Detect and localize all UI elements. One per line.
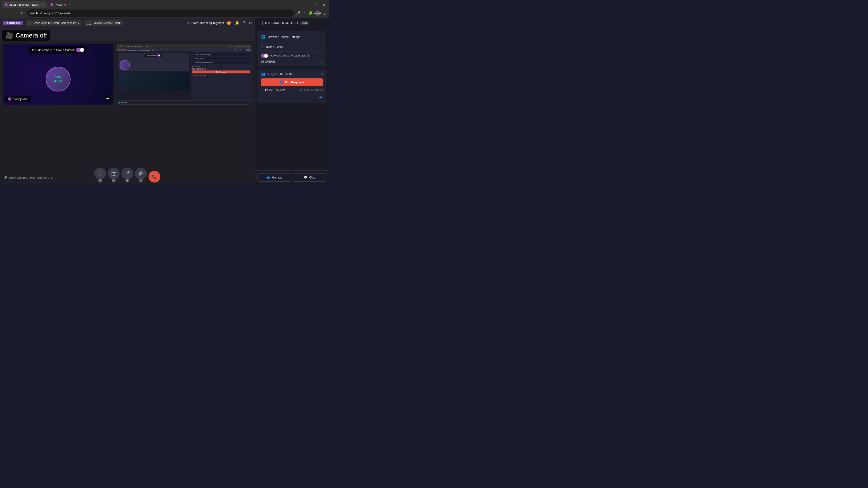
camera-off-area: 🎥 Camera off — [0, 28, 254, 41]
end-requests-button[interactable]: 👤 End Requests — [261, 78, 323, 86]
mic-arrow[interactable]: ▾ — [125, 178, 129, 183]
preview-content: Include camera — [116, 52, 252, 100]
screenshare-button[interactable]: ⬛ — [94, 168, 106, 180]
stream-area: BACKSTAGE ⬛ Group Capture Output: Screen… — [0, 18, 254, 184]
toolbar-icons: 🎁 🔔 ? ⚙ — [227, 21, 252, 25]
mic-icon[interactable]: 🎤 — [296, 11, 301, 15]
manage-button[interactable]: 👥 Manage — [257, 173, 291, 182]
tab-close-twitch[interactable]: ✕ — [68, 3, 71, 6]
right-sidebar: →| STREAM TOGETHER BETA 🌐 Browser Source… — [254, 18, 329, 184]
more-options-button[interactable]: ••• — [104, 95, 111, 102]
preview-tab1: Stream Together - Twitch — [125, 45, 143, 47]
maximize-button[interactable]: □ — [313, 2, 319, 8]
requests-section: 👥 REQUESTS - 0/100 ≡ 👤 End Requests ⏸ Pa… — [257, 69, 327, 103]
preview-in-queue: IN QUEUE — [192, 66, 250, 67]
start-streaming-label: Start Streaming Together — [191, 21, 224, 25]
preview-manage-label: Manage — [121, 101, 127, 103]
auto-add-info-icon[interactable]: ℹ — [308, 54, 309, 57]
volume-arrow[interactable]: ▾ — [139, 178, 143, 183]
tab-favicon-stream: 🟣 — [4, 3, 8, 6]
requests-title: REQUESTS - 0/100 — [268, 72, 293, 76]
tab-twitch[interactable]: 🟣 Twitch ✕ — [48, 1, 74, 8]
forward-button[interactable]: → — [11, 10, 17, 16]
preview-button[interactable]: ((·)) Preview Stream Output — [84, 20, 123, 26]
close-button[interactable]: ✕ — [321, 2, 327, 8]
copy-icon: 🔗 — [4, 176, 7, 180]
beta-badge: BETA — [301, 21, 309, 25]
user-avatar: CITYWALK — [46, 67, 70, 92]
tab-label-stream: Stream Together - Twitch — [9, 3, 39, 6]
preview-pause: ⏸ Pause Requests — [192, 74, 250, 76]
preview-screenshare: Group Capture Output: Screenshare ▾ — [128, 49, 151, 51]
edit-icon[interactable]: ✏ — [319, 95, 323, 100]
pause-label: Pause Requests — [265, 89, 285, 92]
clear-requests-button[interactable]: 🗑 Clear Requests — [300, 89, 323, 92]
tab-stream-together[interactable]: 🟣 Stream Together - Twitch ✕ — [2, 1, 46, 8]
edit-row: ✏ — [261, 94, 323, 100]
sidebar-expand-button[interactable]: →| — [258, 21, 263, 25]
screenshare-arrow[interactable]: ▾ — [98, 178, 102, 183]
help-icon[interactable]: ? — [243, 21, 245, 25]
in-queue-label: IN QUEUE — [261, 60, 275, 63]
include-camera-toggle: Include camera in Group Output — [29, 46, 88, 54]
recording-dot — [64, 4, 66, 6]
screen-preview: Stream Together - Twitch Twitch twitch.t… — [116, 44, 252, 104]
bookmark-icon[interactable]: ☆ — [303, 11, 306, 15]
right-video-panel: Stream Together - Twitch Twitch twitch.t… — [116, 43, 252, 105]
tab-close-stream[interactable]: ✕ — [41, 3, 44, 6]
auto-add-toggle[interactable] — [261, 54, 268, 58]
preview-toggle-row: Include camera — [145, 54, 162, 57]
bottom-area: 🔗 Copy Group Browser Source URL ⬛ ▾ 📷 ▾ … — [0, 171, 254, 184]
preview-mini-card-right — [118, 72, 189, 90]
screen-user-bar: 🖥 moodjoy071 📺 🎤 🔇 ⭕ ••• — [116, 104, 252, 105]
group-capture-button[interactable]: ⬛ Group Capture Output: Screenshare ▾ — [26, 20, 81, 26]
tab-label-twitch: Twitch — [55, 3, 63, 6]
start-streaming-button[interactable]: ★ Start Streaming Together — [187, 21, 224, 25]
bottom-actions: 👥 Manage 💬 Chat — [255, 170, 329, 184]
bell-icon[interactable]: 🔔 — [235, 21, 239, 25]
pause-requests-button[interactable]: ⏸ Pause Requests — [261, 89, 298, 92]
refresh-button[interactable]: ↻ — [19, 10, 25, 16]
mic-control: 🎤 ▾ — [121, 168, 133, 183]
camera-arrow[interactable]: ▾ — [112, 178, 116, 183]
invite-guests-button[interactable]: + Invite Guests — [261, 44, 323, 50]
chat-button[interactable]: 💬 Chat — [293, 173, 327, 182]
incognito-button[interactable]: Incognito — [315, 10, 320, 16]
preview-backstage: BACKSTAGE — [117, 49, 127, 51]
mic-button[interactable]: 🎤 — [121, 168, 133, 180]
sidebar-header: →| STREAM TOGETHER BETA — [255, 18, 329, 28]
preview-url: twitch.tv/moodjoy071/guest-star — [228, 45, 250, 47]
volume-button[interactable]: 🔊 — [135, 168, 147, 180]
address-bar[interactable]: twitch.tv/moodjoy071/guest-star — [27, 9, 294, 17]
include-camera-switch[interactable] — [76, 48, 84, 52]
browser-source-button[interactable]: 🌐 Browser Source Settings — [261, 34, 323, 40]
preview-sidebar: Browser Source Settings + Invite Guests … — [192, 53, 250, 76]
left-video-panel: CITYWALK Include camera in Group Output … — [3, 43, 114, 105]
menu-icon[interactable]: ⋮ — [323, 11, 327, 15]
back-button[interactable]: ← — [3, 10, 9, 16]
invite-icon: + — [261, 45, 263, 49]
preview-invite: + Invite Guests — [192, 57, 250, 60]
hangup-button[interactable]: 📞 — [149, 171, 160, 183]
preview-show-on-stream: Show on Stream — [235, 49, 244, 51]
divider1 — [261, 42, 323, 42]
new-tab-button[interactable]: + — [75, 2, 81, 8]
copy-url-button[interactable]: 🔗 Copy Group Browser Source URL — [4, 176, 53, 180]
camera-button[interactable]: 📷 — [108, 168, 120, 180]
gift-icon[interactable]: 🎁 — [227, 21, 231, 25]
preview-requests-header: REQUESTS - 0/100 — [192, 68, 250, 70]
camera-off-label: 🎥 Camera off — [2, 30, 50, 41]
end-requests-label: End Requests — [285, 80, 305, 84]
settings-icon[interactable]: ⚙ — [249, 21, 252, 25]
control-buttons-row: ⬛ ▾ 📷 ▾ 🎤 ▾ 🔊 ▾ — [94, 168, 160, 183]
requests-settings-icon[interactable]: ≡ — [321, 72, 323, 76]
preview-stream-output: ((·)) Preview Stream Output — [152, 49, 168, 51]
manage-label: Manage — [272, 176, 282, 179]
tab-favicon-twitch: 🟣 — [50, 3, 54, 6]
minimize-button[interactable]: — — [305, 2, 311, 8]
chat-icon: 💬 — [304, 176, 307, 179]
pause-clear-row: ⏸ Pause Requests 🗑 Clear Requests — [261, 89, 323, 92]
extensions-icon[interactable]: 🧩 — [308, 11, 313, 15]
queue-help-icon[interactable]: ? — [321, 60, 323, 63]
incognito-label: Incognito — [314, 12, 322, 14]
